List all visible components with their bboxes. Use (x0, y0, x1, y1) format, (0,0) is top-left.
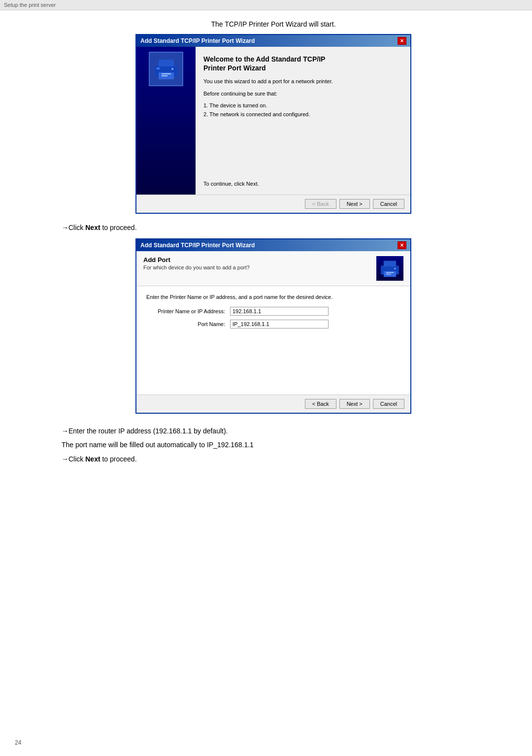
bottom-line2: The port name will be filled out automat… (62, 439, 500, 450)
svg-rect-3 (162, 73, 171, 74)
wizard2-instruction: Enter the Printer Name or IP address, an… (146, 294, 400, 300)
wizard2-port-input[interactable] (230, 320, 329, 329)
wizard1-welcome-heading: Welcome to the Add Standard TCP/IP Print… (203, 55, 402, 72)
wizard1-list: 1. The device is turned on. 2. The netwo… (203, 101, 402, 119)
wizard1-list-item1: 1. The device is turned on. (203, 101, 402, 110)
bottom-line1-arrow: → (62, 427, 68, 435)
intro-text: The TCP/IP Printer Port Wizard will star… (47, 20, 500, 28)
wizard2-cancel-button[interactable]: Cancel (373, 399, 404, 409)
wizard2-title: Add Standard TCP/IP Printer Port Wizard (140, 242, 255, 249)
wizard2-header-section: Add Port For which device do you want to… (136, 251, 410, 286)
wizard1-cancel-button[interactable]: Cancel (373, 199, 404, 209)
bottom-line3-bold: Next (85, 455, 100, 463)
wizard2-printer-row: Printer Name or IP Address: (146, 307, 400, 316)
wizard1-list-item2: 2. The network is connected and configur… (203, 110, 402, 119)
wizard1-body: Welcome to the Add Standard TCP/IP Print… (136, 47, 410, 195)
wizard1-next-button[interactable]: Next > (339, 199, 370, 209)
wizard2-close-button[interactable]: × (398, 241, 406, 249)
page-number: 24 (15, 739, 21, 746)
bottom-line3-arrow: → (62, 455, 68, 463)
wizard2-dialog: Add Standard TCP/IP Printer Port Wizard … (135, 238, 411, 414)
wizard2-printer-label: Printer Name or IP Address: (146, 308, 230, 314)
wizard1-titlebar: Add Standard TCP/IP Printer Port Wizard … (136, 35, 410, 47)
wizard2-next-button[interactable]: Next > (339, 399, 370, 409)
bottom-line3-text: Click (68, 455, 85, 463)
wizard2-printer-icon (376, 256, 403, 281)
wizard2-body: Add Port For which device do you want to… (136, 251, 410, 394)
wizard1-right-panel: Welcome to the Add Standard TCP/IP Print… (196, 47, 410, 195)
wizard2-add-port-title: Add Port (143, 256, 376, 263)
svg-point-12 (394, 267, 396, 269)
instruction1-arrow: → (62, 224, 68, 231)
wizard1-left-panel (136, 47, 196, 195)
wizard2-port-row: Port Name: (146, 320, 400, 329)
wizard2-titlebar: Add Standard TCP/IP Printer Port Wizard … (136, 239, 410, 251)
svg-point-5 (171, 68, 173, 70)
bottom-text-section: →Enter the router IP address (192.168.1.… (47, 426, 500, 464)
wizard1-close-button[interactable]: × (398, 37, 406, 45)
header-label: Setup the print server (4, 2, 56, 8)
svg-rect-10 (386, 272, 394, 273)
bottom-line3: →Click Next to proceed. (62, 454, 500, 464)
svg-rect-4 (162, 75, 167, 76)
wizard1-back-button[interactable]: < Back (305, 199, 336, 209)
bottom-line1-text: Enter the router IP address (192.168.1.1… (68, 427, 228, 435)
svg-rect-11 (386, 273, 391, 274)
wizard2-add-port-subtitle: For which device do you want to add a po… (143, 264, 376, 270)
wizard1-before-text: Before continuing be sure that: (203, 90, 402, 98)
wizard1-continue-text: To continue, click Next. (203, 171, 402, 187)
wizard1-title: Add Standard TCP/IP Printer Port Wizard (140, 37, 255, 44)
wizard2-footer: < Back Next > Cancel (136, 394, 410, 413)
instruction1-line: →Click Next to proceed. (62, 224, 500, 231)
svg-rect-6 (157, 67, 160, 69)
wizard2-title-section: Add Port For which device do you want to… (143, 256, 376, 270)
wizard1-footer: < Back Next > Cancel (136, 195, 410, 213)
wizard1-description: You use this wizard to add a port for a … (203, 77, 402, 86)
bottom-line3-text2: to proceed. (100, 455, 137, 463)
svg-rect-1 (159, 60, 174, 66)
bottom-line1: →Enter the router IP address (192.168.1.… (62, 426, 500, 436)
svg-rect-8 (384, 261, 396, 266)
wizard2-back-button[interactable]: < Back (305, 399, 336, 409)
wizard2-content: Enter the Printer Name or IP address, an… (136, 286, 410, 394)
page-header: Setup the print server (0, 0, 532, 10)
wizard2-printer-input[interactable] (230, 307, 329, 316)
wizard1-dialog: Add Standard TCP/IP Printer Port Wizard … (135, 34, 411, 214)
wizard2-port-label: Port Name: (146, 321, 230, 327)
wizard1-printer-icon (149, 52, 183, 86)
